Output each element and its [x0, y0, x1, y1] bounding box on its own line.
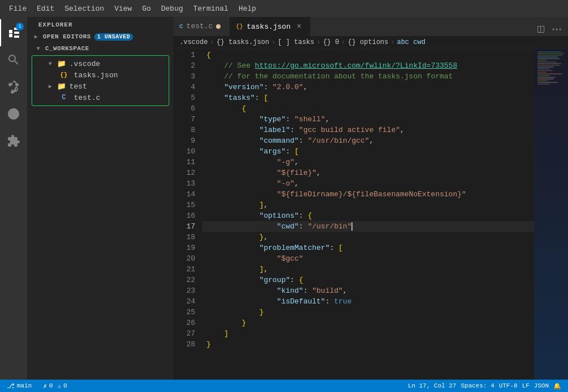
code-line-24: "isDefault": true [202, 296, 534, 307]
folder-vscode[interactable]: ▼ 📁 .vscode [32, 58, 169, 69]
breadcrumb-vscode[interactable]: .vscode [179, 38, 208, 46]
breadcrumb-sep1: › [210, 38, 214, 46]
code-line-1: { [202, 50, 534, 60]
workspace-name: C_WORKSPACE [45, 45, 89, 52]
activity-search[interactable] [0, 46, 27, 73]
menu-terminal[interactable]: Terminal [189, 3, 233, 14]
menu-edit[interactable]: Edit [32, 3, 59, 14]
breadcrumb-cwd[interactable]: abc cwd [397, 38, 425, 46]
activity-debug[interactable] [0, 100, 27, 127]
c-file-icon: C [59, 93, 68, 102]
code-line-3: // for the documentation about the tasks… [202, 71, 534, 82]
explorer-badge: 1 [16, 23, 24, 30]
status-eol-label: LF [522, 382, 529, 389]
tab-bar-actions [530, 23, 568, 36]
error-icon: ✗ [43, 382, 47, 390]
line-numbers: 12345 678910 1112131415 1617181920 21222… [174, 49, 202, 380]
activity-extensions[interactable] [0, 127, 27, 155]
minimap[interactable] [534, 49, 568, 380]
status-right: Ln 17, Col 27 Spaces: 4 UTF-8 LF JSON 🔔 [406, 382, 563, 390]
tab-test-c[interactable]: C test.c [174, 17, 230, 36]
status-encoding[interactable]: UTF-8 [496, 382, 519, 389]
code-line-12: "${file}", [202, 168, 534, 178]
code-line-5: "tasks": [ [202, 93, 534, 103]
status-language-label: JSON [534, 382, 549, 389]
svg-point-1 [556, 29, 558, 30]
status-ln-col: Ln 17, Col 27 [408, 382, 456, 389]
folder-test-label: test [69, 82, 87, 91]
workspace-label[interactable]: ▼ C_WORKSPACE [27, 43, 174, 54]
code-line-10: "args": [ [202, 146, 534, 157]
code-line-27: ] [202, 328, 534, 339]
code-line-8: "label": "gcc build active file", [202, 125, 534, 135]
folder-vscode-label: .vscode [69, 60, 100, 68]
tab-unsaved-dot [216, 24, 221, 29]
file-test-c[interactable]: C test.c [32, 92, 169, 103]
unsaved-badge: 1 UNSAVED [94, 33, 133, 41]
tab-close-button[interactable]: × [294, 21, 304, 32]
folder-test-chevron: ▶ [46, 82, 55, 91]
code-line-23: "kind": "build", [202, 285, 534, 296]
open-editors-label: OPEN EDITORS [43, 33, 91, 40]
main-layout: 1 EXPLORER ▶ OP [0, 17, 568, 380]
code-line-21: ], [202, 264, 534, 275]
folder-test[interactable]: ▶ 📁 test [32, 81, 169, 92]
status-spaces[interactable]: Spaces: 4 [459, 382, 496, 389]
code-line-25: } [202, 307, 534, 318]
status-cursor[interactable]: Ln 17, Col 27 [406, 382, 459, 389]
git-branch-icon: ⎇ [7, 382, 15, 390]
tab-bar: C test.c {} tasks.json × [174, 17, 568, 37]
open-editors-section: ▶ OPEN EDITORS 1 UNSAVED [27, 30, 174, 43]
breadcrumb-sep2: › [271, 38, 275, 46]
workspace-section: ▼ C_WORKSPACE ▼ 📁 .vscode {} tasks.json [27, 43, 174, 380]
status-encoding-label: UTF-8 [499, 382, 517, 389]
code-line-22: "group": { [202, 275, 534, 285]
editor-area: C test.c {} tasks.json × [174, 17, 568, 380]
breadcrumb-tasks[interactable]: {} tasks.json [217, 38, 270, 46]
file-tasks-json[interactable]: {} tasks.json [32, 69, 169, 81]
more-actions-button[interactable] [550, 23, 563, 36]
code-line-6: { [202, 103, 534, 114]
code-line-16: "options": { [202, 210, 534, 221]
activity-bar: 1 [0, 17, 27, 380]
code-line-9: "command": "/usr/bin/gcc", [202, 135, 534, 146]
activity-source-control[interactable] [0, 73, 27, 100]
svg-point-2 [560, 29, 561, 30]
menu-selection[interactable]: Selection [60, 3, 108, 14]
code-line-20: "$gcc" [202, 253, 534, 264]
menu-file[interactable]: File [5, 3, 31, 14]
folder-icon: 📁 [57, 59, 66, 68]
breadcrumb-tasks-arr[interactable]: [ ] tasks [278, 38, 314, 46]
status-language[interactable]: JSON [532, 382, 551, 389]
tab-tasks-json[interactable]: {} tasks.json × [230, 17, 310, 36]
open-editors-header[interactable]: ▶ OPEN EDITORS 1 UNSAVED [27, 30, 174, 43]
code-editor[interactable]: 12345 678910 1112131415 1617181920 21222… [174, 49, 568, 380]
status-spaces-label: Spaces: 4 [461, 382, 494, 389]
status-notifications[interactable]: 🔔 [551, 382, 563, 390]
menu-help[interactable]: Help [234, 3, 261, 14]
code-line-15: ], [202, 200, 534, 210]
warning-icon: ⚠ [58, 382, 61, 390]
sidebar: EXPLORER ▶ OPEN EDITORS 1 UNSAVED ▼ C_WO… [27, 17, 174, 380]
status-branch[interactable]: ⎇ main [5, 380, 34, 392]
split-editor-button[interactable] [534, 23, 548, 36]
svg-point-0 [553, 29, 554, 30]
tab-tasks-json-label: tasks.json [246, 23, 290, 31]
code-line-26: } [202, 318, 534, 328]
breadcrumb-options[interactable]: {} options [347, 38, 388, 46]
file-test-c-label: test.c [74, 94, 100, 102]
menu-view[interactable]: View [110, 3, 137, 14]
open-editors-chevron: ▶ [32, 32, 41, 41]
code-line-2: // See https://go.microsoft.com/fwlink/?… [202, 60, 534, 71]
workspace-chevron: ▼ [34, 44, 43, 53]
menu-bar: File Edit Selection View Go Debug Termin… [0, 0, 568, 17]
menu-debug[interactable]: Debug [156, 3, 187, 14]
activity-explorer[interactable]: 1 [0, 19, 27, 46]
status-warnings-count: 0 [63, 382, 67, 389]
status-errors[interactable]: ✗ 0 ⚠ 0 [41, 380, 69, 392]
breadcrumb-0[interactable]: {} 0 [323, 38, 339, 46]
code-line-7: "type": "shell", [202, 114, 534, 125]
code-line-18: }, [202, 232, 534, 243]
menu-go[interactable]: Go [138, 3, 156, 14]
status-eol[interactable]: LF [519, 382, 531, 389]
